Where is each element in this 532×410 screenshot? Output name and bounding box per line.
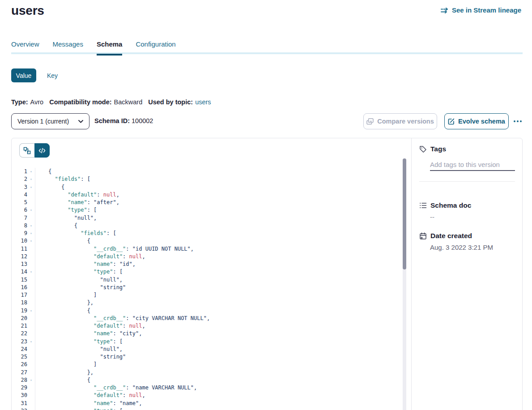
schema-sidebar: Tags Schema doc --	[412, 138, 523, 410]
editor-scrollbar-track[interactable]	[403, 158, 406, 410]
tag-icon	[419, 145, 427, 153]
line-number: 23	[12, 338, 27, 346]
tab-overview[interactable]: Overview	[11, 40, 39, 54]
code-line: 32▾"type": [	[12, 407, 403, 410]
version-select[interactable]: Version 1 (current)	[11, 113, 89, 129]
schema-code-editor[interactable]: 1▾{2▾"fields": [3▾{4"default": null,5"na…	[12, 168, 403, 410]
editor-scrollbar-thumb[interactable]	[403, 158, 406, 269]
tab-schema[interactable]: Schema	[97, 40, 123, 54]
fold-toggle-icon[interactable]: ▾	[27, 407, 35, 410]
line-number: 7	[12, 214, 27, 222]
fold-spacer	[27, 392, 35, 399]
code-text: "__crdb__": "name VARCHAR NULL",	[35, 384, 403, 392]
tab-messages[interactable]: Messages	[53, 40, 83, 54]
dot	[514, 120, 515, 122]
type-label: Type:	[11, 98, 28, 106]
list-icon	[419, 202, 427, 209]
code-line: 5"name": "after",	[12, 199, 403, 206]
code-line: 22"name": "city",	[12, 330, 403, 337]
fold-toggle-icon[interactable]: ▾	[27, 307, 35, 315]
line-number: 32	[12, 407, 27, 410]
code-line: 11"__crdb__": "id UUID NOT NULL",	[12, 245, 403, 253]
schema-id-label: Schema ID:	[94, 117, 130, 124]
code-text: "type": [	[35, 407, 403, 410]
tags-title: Tags	[430, 145, 446, 153]
evolve-schema-button[interactable]: Evolve schema	[444, 113, 509, 129]
code-text: "null",	[35, 276, 403, 284]
code-text: },	[35, 369, 403, 376]
code-line: 12"default": null,	[12, 253, 403, 261]
fold-spacer	[27, 291, 35, 299]
fold-toggle-icon[interactable]: ▾	[27, 237, 35, 245]
compare-versions-button[interactable]: Compare versions	[363, 113, 437, 129]
schema-id: Schema ID: 100002	[94, 117, 153, 124]
code-text: "default": null,	[35, 253, 403, 261]
code-text: "__crdb__": "id UUID NOT NULL",	[35, 245, 403, 253]
fold-toggle-icon[interactable]: ▾	[27, 175, 35, 183]
fold-spacer	[27, 315, 35, 322]
code-line: 14▾"type": [	[12, 268, 403, 276]
fold-spacer	[27, 199, 35, 206]
code-line: 17]	[12, 291, 403, 299]
line-number: 14	[12, 268, 27, 276]
evolve-schema-icon	[448, 118, 455, 125]
code-text: ]	[35, 361, 403, 368]
key-toggle-button[interactable]: Key	[47, 72, 58, 79]
code-view-button[interactable]	[34, 143, 50, 158]
code-line: 25"string"	[12, 353, 403, 361]
code-text: "null",	[35, 346, 403, 353]
line-number: 28	[12, 376, 27, 384]
code-text: "__crdb__": "city VARCHAR NOT NULL",	[35, 315, 403, 322]
fold-toggle-icon[interactable]: ▾	[27, 338, 35, 346]
code-text: "string"	[35, 353, 403, 361]
code-text: {	[35, 222, 403, 230]
compare-versions-label: Compare versions	[377, 118, 434, 125]
tab-bar: Overview Messages Schema Configuration	[11, 40, 176, 54]
fold-toggle-icon[interactable]: ▾	[27, 268, 35, 276]
stream-lineage-icon	[441, 7, 449, 14]
fold-spacer	[27, 253, 35, 261]
fold-toggle-icon[interactable]: ▾	[27, 206, 35, 214]
code-line: 13"name": "id",	[12, 261, 403, 268]
dot	[517, 120, 519, 122]
code-text: "fields": [	[35, 230, 403, 237]
code-text: "name": "id",	[35, 261, 403, 268]
code-line: 6▾"type": [	[12, 206, 403, 214]
code-line: 28▾{	[12, 376, 403, 384]
line-number: 11	[12, 245, 27, 253]
add-tags-input[interactable]	[430, 161, 515, 168]
code-line: 19▾{	[12, 307, 403, 315]
code-text: "name": "city",	[35, 330, 403, 337]
code-line: 27},	[12, 369, 403, 376]
fold-toggle-icon[interactable]: ▾	[27, 184, 35, 191]
fold-toggle-icon[interactable]: ▾	[27, 222, 35, 230]
evolve-schema-label: Evolve schema	[458, 118, 505, 125]
compatibility-label: Compatibility mode:	[49, 98, 111, 106]
topic-link[interactable]: users	[195, 98, 211, 106]
line-number: 16	[12, 284, 27, 291]
code-line: 7"null",	[12, 214, 403, 222]
page-title: users	[11, 4, 44, 18]
code-text: {	[35, 184, 403, 191]
code-line: 21"default": null,	[12, 322, 403, 330]
tree-view-button[interactable]	[19, 143, 34, 158]
code-line: 15"null",	[12, 276, 403, 284]
tab-configuration[interactable]: Configuration	[136, 40, 175, 54]
editor-view-toggle	[19, 143, 50, 158]
code-text: "default": null,	[35, 392, 403, 399]
code-line: 1▾{	[12, 168, 403, 175]
fold-spacer	[27, 400, 35, 407]
fold-toggle-icon[interactable]: ▾	[27, 230, 35, 237]
schema-doc-section-header: Schema doc	[419, 201, 471, 209]
value-toggle-button[interactable]: Value	[11, 68, 36, 82]
line-number: 15	[12, 276, 27, 284]
more-actions-button[interactable]	[512, 113, 523, 129]
fold-toggle-icon[interactable]: ▾	[27, 168, 35, 175]
fold-spacer	[27, 346, 35, 353]
date-created-title: Date created	[430, 232, 472, 240]
used-by-topic-label: Used by topic:	[148, 98, 193, 106]
stream-lineage-link[interactable]: See in Stream lineage	[441, 6, 521, 14]
fold-toggle-icon[interactable]: ▾	[27, 376, 35, 384]
fold-spacer	[27, 330, 35, 337]
compare-versions-icon	[366, 118, 374, 125]
